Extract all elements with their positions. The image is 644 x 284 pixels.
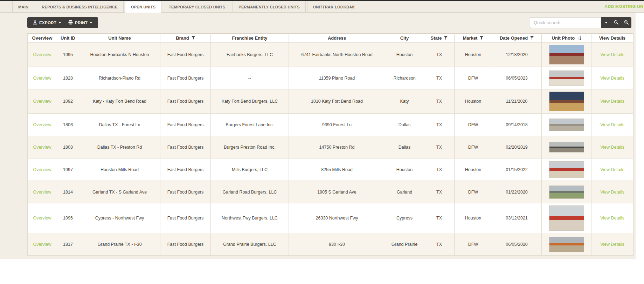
view-details-link[interactable]: View Details bbox=[600, 167, 624, 172]
column-header-state[interactable]: State bbox=[424, 34, 455, 43]
column-header-overview[interactable]: Overview bbox=[28, 34, 57, 43]
overview-link[interactable]: Overview bbox=[33, 190, 51, 195]
overview-link[interactable]: Overview bbox=[33, 167, 51, 172]
cell-franchise-entity: Fairbanks Burgers, LLC bbox=[211, 43, 289, 67]
column-header-city[interactable]: City bbox=[385, 34, 424, 43]
export-button-label: EXPORT bbox=[39, 21, 56, 25]
toolbar: EXPORT PRINT bbox=[27, 17, 631, 28]
overview-link[interactable]: Overview bbox=[33, 242, 51, 247]
view-details-link[interactable]: View Details bbox=[600, 76, 624, 81]
cell-franchise-entity: Grand Prairie Burgers, LLC bbox=[211, 233, 289, 256]
unit-photo-thumbnail[interactable] bbox=[549, 237, 584, 252]
column-header-franchise-entity[interactable]: Franchise Entity bbox=[211, 34, 289, 43]
cell-city: Katy bbox=[385, 89, 424, 114]
column-header-view-details[interactable]: View Details bbox=[591, 34, 633, 43]
cell-unit-name: Dallas TX - Preston Rd bbox=[79, 136, 160, 158]
cell-address: 11359 Plano Road bbox=[289, 67, 385, 89]
column-header-unit-photo[interactable]: Unit Photo↓zA bbox=[542, 34, 591, 43]
cell-brand: Fast Food Burgers bbox=[160, 67, 211, 89]
cell-state: TX bbox=[424, 203, 455, 233]
export-button[interactable]: EXPORT bbox=[29, 17, 65, 28]
view-details-link[interactable]: View Details bbox=[600, 216, 624, 221]
filter-icon[interactable] bbox=[444, 35, 448, 41]
quick-search-input[interactable] bbox=[530, 17, 601, 28]
clear-search-button[interactable] bbox=[621, 17, 631, 28]
cell-state: TX bbox=[424, 67, 455, 89]
column-header-brand[interactable]: Brand bbox=[160, 34, 211, 43]
cell-unit-name: Houston-Fairbanks N Houston bbox=[79, 43, 160, 67]
cell-market: DFW bbox=[455, 233, 492, 256]
cell-market: Houston bbox=[455, 158, 492, 181]
filter-icon[interactable] bbox=[192, 35, 195, 41]
add-existing-unit-link[interactable]: ADD EXISTING UN bbox=[604, 1, 643, 13]
cell-address: 1905 S Garland Ave bbox=[289, 181, 385, 203]
quick-search bbox=[530, 17, 631, 28]
view-details-link[interactable]: View Details bbox=[600, 145, 624, 150]
search-button[interactable] bbox=[611, 17, 621, 28]
unit-photo-thumbnail[interactable] bbox=[549, 142, 584, 153]
cell-market: Houston bbox=[455, 43, 492, 67]
cell-market: DFW bbox=[455, 114, 492, 136]
overview-link[interactable]: Overview bbox=[33, 76, 51, 81]
tab-permanently-closed-units[interactable]: PERMANENTLY CLOSED UNITS bbox=[233, 1, 306, 12]
cell-brand: Fast Food Burgers bbox=[160, 89, 211, 114]
column-header-date-opened[interactable]: Date Opened bbox=[492, 34, 542, 43]
sort-alpha-icon[interactable]: ↓zA bbox=[577, 36, 581, 40]
cell-date-opened: 12/18/2020 bbox=[492, 43, 542, 67]
tab-temporary-closed-units[interactable]: TEMPORARY CLOSED UNITS bbox=[163, 1, 231, 12]
cell-unit-id: 1095 bbox=[57, 43, 79, 67]
view-details-link[interactable]: View Details bbox=[600, 242, 624, 247]
view-details-link[interactable]: View Details bbox=[600, 99, 624, 104]
cell-franchise-entity: Burgers Preston Road Inc. bbox=[211, 136, 289, 158]
overview-link[interactable]: Overview bbox=[33, 122, 51, 127]
filter-icon[interactable] bbox=[530, 35, 534, 41]
export-print-button-group: EXPORT PRINT bbox=[27, 17, 98, 28]
cell-city: Richardson bbox=[385, 67, 424, 89]
unit-photo-thumbnail[interactable] bbox=[549, 92, 584, 111]
column-header-unit-name[interactable]: Unit Name bbox=[79, 34, 160, 43]
cell-address: 1010 Katy Fort Bend Road bbox=[289, 89, 385, 114]
cell-state: TX bbox=[424, 114, 455, 136]
cell-city: Cypress bbox=[385, 203, 424, 233]
cell-unit-id: 1814 bbox=[57, 181, 79, 203]
search-options-dropdown-button[interactable] bbox=[601, 17, 611, 28]
cell-state: TX bbox=[424, 181, 455, 203]
open-units-table: Overview Unit ID Unit Name Brand Franchi… bbox=[27, 33, 633, 256]
tab-unittrak-lookbak[interactable]: UNITTRAK LOOKBAK bbox=[307, 1, 361, 12]
tab-reports-business-intelligence[interactable]: REPORTS & BUSINESS INTELLIGENCE bbox=[36, 1, 124, 12]
overview-link[interactable]: Overview bbox=[33, 52, 51, 57]
overview-link[interactable]: Overview bbox=[33, 145, 51, 150]
table-row: Overview1817Grand Prairie TX - I-30Fast … bbox=[28, 233, 633, 256]
view-details-link[interactable]: View Details bbox=[600, 52, 624, 57]
cell-address: 930 I-30 bbox=[289, 233, 385, 256]
cell-franchise-entity: Mills Burgers, LLC bbox=[211, 158, 289, 181]
tab-bar: MAIN REPORTS & BUSINESS INTELLIGENCE OPE… bbox=[0, 1, 644, 13]
cell-date-opened: 06/05/2023 bbox=[492, 67, 542, 89]
unit-photo-thumbnail[interactable] bbox=[549, 70, 584, 86]
overview-link[interactable]: Overview bbox=[33, 99, 51, 104]
column-header-address[interactable]: Address bbox=[289, 34, 385, 43]
overview-link[interactable]: Overview bbox=[33, 216, 51, 221]
view-details-link[interactable]: View Details bbox=[600, 122, 624, 127]
table-row: Overview1814Garland TX - S Garland AveFa… bbox=[28, 181, 633, 203]
view-details-link[interactable]: View Details bbox=[600, 190, 624, 195]
table-row: Overview1092Katy - Katy Fort Bend RoadFa… bbox=[28, 89, 633, 114]
unit-photo-thumbnail[interactable] bbox=[549, 119, 584, 131]
unit-photo-thumbnail[interactable] bbox=[549, 185, 584, 199]
filter-icon[interactable] bbox=[480, 35, 483, 41]
column-header-unit-id[interactable]: Unit ID bbox=[57, 34, 79, 43]
unit-photo-thumbnail[interactable] bbox=[549, 161, 584, 178]
column-header-market[interactable]: Market bbox=[455, 34, 492, 43]
cell-franchise-entity: Garland Road Burgers, LLC bbox=[211, 181, 289, 203]
cell-brand: Fast Food Burgers bbox=[160, 158, 211, 181]
cell-city: Dallas bbox=[385, 136, 424, 158]
cell-date-opened: 01/15/2022 bbox=[492, 158, 542, 181]
tab-open-units[interactable]: OPEN UNITS bbox=[125, 1, 161, 13]
tab-main[interactable]: MAIN bbox=[12, 1, 34, 12]
unit-photo-thumbnail[interactable] bbox=[549, 205, 584, 231]
search-minus-icon bbox=[624, 20, 629, 26]
unit-photo-thumbnail[interactable] bbox=[549, 45, 584, 65]
print-button[interactable]: PRINT bbox=[65, 17, 96, 28]
cell-market: Houston bbox=[455, 89, 492, 114]
table-body: Overview1095Houston-Fairbanks N HoustonF… bbox=[28, 43, 633, 256]
